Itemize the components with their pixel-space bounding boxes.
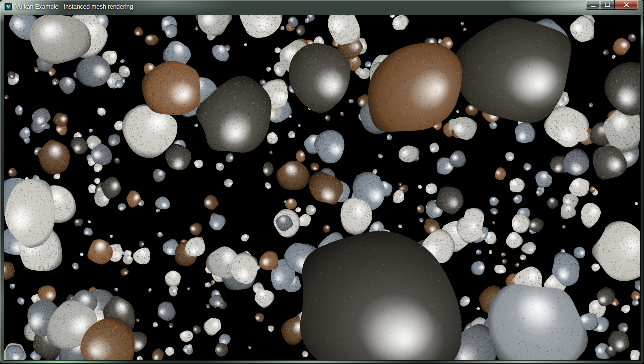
window-controls (586, 0, 638, 10)
viewport-frame (4, 16, 640, 360)
maximize-icon (605, 2, 610, 8)
minimize-button[interactable] (586, 0, 600, 10)
close-button[interactable] (615, 0, 638, 10)
app-icon[interactable] (4, 3, 12, 11)
titlebar[interactable]: Vulkan Example - Instanced mesh renderin… (0, 0, 644, 16)
minimize-icon (591, 3, 596, 8)
app-window: Vulkan Example - Instanced mesh renderin… (0, 0, 644, 364)
maximize-button[interactable] (600, 0, 615, 10)
window-title: Vulkan Example - Instanced mesh renderin… (16, 4, 134, 10)
close-icon (624, 2, 630, 8)
render-viewport[interactable] (4, 16, 640, 360)
